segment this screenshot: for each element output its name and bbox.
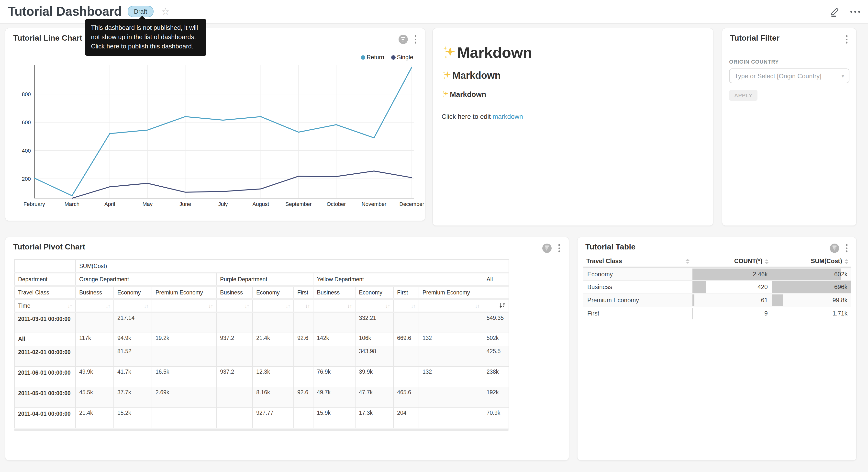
pivot-value-cell	[75, 346, 114, 366]
sort-toggle-icon[interactable]: ↓↑	[286, 303, 290, 308]
edit-pencil-icon[interactable]	[830, 6, 840, 17]
pivot-value-cell: 192k	[483, 387, 509, 408]
pivot-value-cell	[152, 312, 216, 333]
markdown-heading-1: Markdown	[441, 44, 704, 61]
markdown-heading-1-text: Markdown	[457, 44, 532, 61]
pivot-sort-cell: ↓↑	[313, 299, 355, 312]
filter-indicator-icon[interactable]	[542, 243, 551, 253]
sum-cell: 99.8k	[772, 294, 851, 307]
pivot-row-label: 2011-06-01 00:00:00	[14, 366, 75, 387]
sort-caret-icon[interactable]	[844, 259, 848, 264]
sort-toggle-icon[interactable]: ↓↑	[67, 303, 72, 308]
markdown-card: Markdown Markdown Markdown Click here to…	[432, 28, 713, 226]
x-axis-tick-label: March	[65, 201, 80, 207]
pivot-department-header: Department	[14, 273, 75, 286]
table-row[interactable]: Economy2.46k602k	[583, 267, 851, 281]
pivot-chart-title: Tutorial Pivot Chart	[13, 243, 85, 252]
travel-class-cell: Premium Economy	[583, 294, 692, 307]
sort-toggle-icon[interactable]: ↓↑	[144, 303, 148, 308]
draft-badge[interactable]: Draft	[128, 6, 154, 17]
markdown-heading-3: Markdown	[441, 90, 704, 98]
dashboard-page: Tutorial Dashboard Draft ☆ This dashboar…	[0, 0, 868, 472]
sort-toggle-icon[interactable]: ↓↑	[347, 303, 351, 308]
pivot-value-cell	[313, 346, 355, 366]
chart-menu-icon[interactable]	[845, 243, 848, 253]
sort-caret-icon[interactable]	[686, 259, 689, 264]
sort-toggle-icon[interactable]: ↓↑	[208, 303, 213, 308]
pivot-value-cell: 92.6	[293, 333, 313, 346]
pivot-value-cell: 132	[419, 366, 483, 387]
horizontal-scrollbar[interactable]	[14, 429, 508, 431]
cell-value: 2.46k	[753, 271, 768, 277]
pivot-sort-cell: ↓↑	[394, 299, 419, 312]
pivot-class-cell[interactable]: Economy	[253, 286, 293, 299]
pivot-value-cell	[394, 366, 419, 387]
pivot-row-label: 2011-02-01 00:00:00	[14, 346, 75, 366]
origin-country-select[interactable]: Type or Select [Origin Country] ▾	[729, 68, 849, 83]
chart-menu-icon[interactable]	[845, 34, 848, 44]
pivot-value-cell: 142k	[313, 333, 355, 346]
series-line-single[interactable]	[72, 171, 412, 198]
pivot-value-cell	[394, 312, 419, 333]
column-header-count-[interactable]: COUNT(*)	[692, 256, 772, 267]
pivot-value-cell	[75, 312, 114, 333]
pivot-class-cell[interactable]: Business	[313, 286, 355, 299]
pivot-department-cell[interactable]: Purple Department	[216, 273, 313, 286]
y-axis-tick-label: 600	[22, 119, 31, 125]
chevron-down-icon: ▾	[842, 73, 844, 79]
sort-toggle-icon[interactable]: ↓↑	[385, 303, 390, 308]
sort-caret-icon[interactable]	[765, 259, 769, 264]
pivot-value-cell: 49.9k	[75, 366, 114, 387]
sort-toggle-icon[interactable]: ↓↑	[411, 303, 415, 308]
table-row[interactable]: First91.71k	[583, 307, 851, 320]
table-row[interactable]: Premium Economy6199.8k	[583, 294, 851, 307]
pivot-value-cell	[313, 312, 355, 333]
pivot-value-cell: 238k	[483, 366, 509, 387]
line-chart-plot[interactable]: 200400600800FebruaryMarchAprilMayJuneJul…	[5, 28, 426, 221]
filter-indicator-icon[interactable]	[830, 243, 839, 253]
pivot-class-cell[interactable]: Economy	[355, 286, 394, 299]
pivot-class-cell[interactable]: First	[394, 286, 419, 299]
pivot-class-cell[interactable]: Premium Economy	[419, 286, 483, 299]
chart-menu-icon[interactable]	[557, 243, 561, 253]
unpublished-tooltip[interactable]: This dashboard is not published, it will…	[85, 19, 206, 56]
pivot-class-cell[interactable]: Business	[216, 286, 253, 299]
pivot-class-cell[interactable]: Business	[75, 286, 114, 299]
pivot-value-cell	[293, 366, 313, 387]
pivot-value-cell: 549.35	[483, 312, 509, 333]
pivot-value-cell: 132	[419, 333, 483, 346]
pivot-department-cell[interactable]: Yellow Department	[313, 273, 483, 286]
value-bar	[772, 268, 841, 280]
table-row[interactable]: Business420696k	[583, 281, 851, 294]
column-header-sum-cost-[interactable]: SUM(Cost)	[772, 256, 851, 267]
pivot-row-label: All	[14, 333, 75, 346]
column-header-travel-class[interactable]: Travel Class	[583, 256, 692, 267]
sort-toggle-icon[interactable]: ↓↑	[105, 303, 110, 308]
column-header-label: Travel Class	[586, 258, 622, 265]
favorite-star-icon[interactable]: ☆	[161, 7, 170, 16]
more-actions-icon[interactable]	[850, 10, 860, 12]
sort-toggle-icon[interactable]: ↓↑	[475, 303, 479, 308]
pivot-value-cell	[152, 408, 216, 428]
pivot-value-cell	[216, 408, 253, 428]
cell-value: 99.8k	[833, 297, 847, 304]
sort-toggle-icon[interactable]: ↓↑	[245, 303, 249, 308]
pivot-class-cell[interactable]: Premium Economy	[152, 286, 216, 299]
pivot-time-header: Time↓↑	[14, 299, 75, 312]
value-bar	[692, 281, 706, 293]
markdown-edit-link[interactable]: markdown	[493, 113, 523, 120]
cell-value: 420	[757, 284, 768, 291]
pivot-class-cell[interactable]: First	[293, 286, 313, 299]
y-axis-tick-label: 800	[22, 91, 31, 97]
sort-toggle-icon[interactable]: ↓↑	[305, 303, 310, 308]
sort-descending-active-icon[interactable]	[499, 302, 505, 309]
value-bar	[772, 308, 772, 319]
pivot-class-cell[interactable]: Economy	[114, 286, 152, 299]
cell-value: 1.71k	[833, 310, 847, 317]
value-bar	[692, 294, 694, 306]
pivot-value-cell: 21.4k	[75, 408, 114, 428]
select-placeholder: Type or Select [Origin Country]	[735, 72, 822, 80]
apply-button[interactable]: APPLY	[729, 90, 757, 101]
pivot-department-cell[interactable]: Orange Department	[75, 273, 216, 286]
sparkles-icon	[441, 70, 452, 80]
